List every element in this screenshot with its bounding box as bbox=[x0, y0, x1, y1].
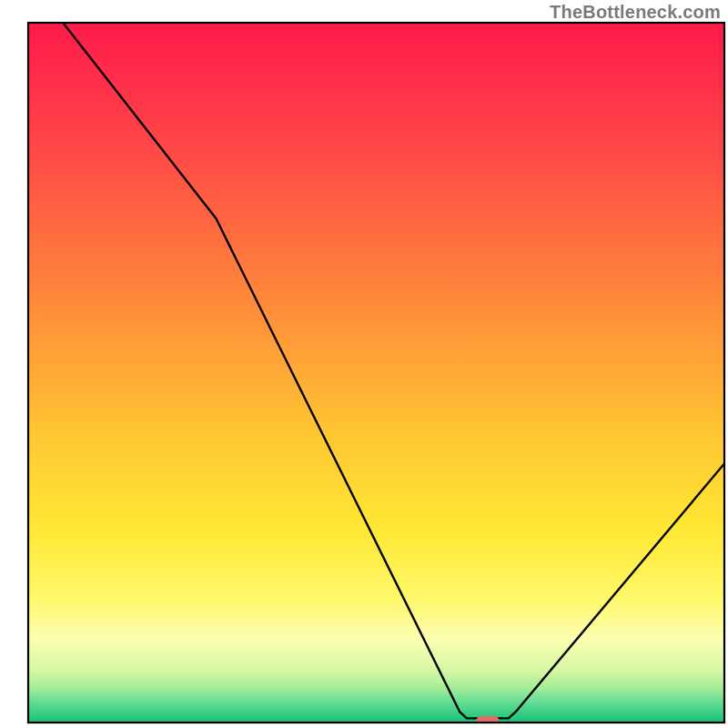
plot-gradient-background bbox=[28, 23, 724, 723]
chart-svg bbox=[0, 0, 728, 728]
chart-container: TheBottleneck.com bbox=[0, 0, 728, 728]
attribution-label: TheBottleneck.com bbox=[550, 2, 721, 23]
